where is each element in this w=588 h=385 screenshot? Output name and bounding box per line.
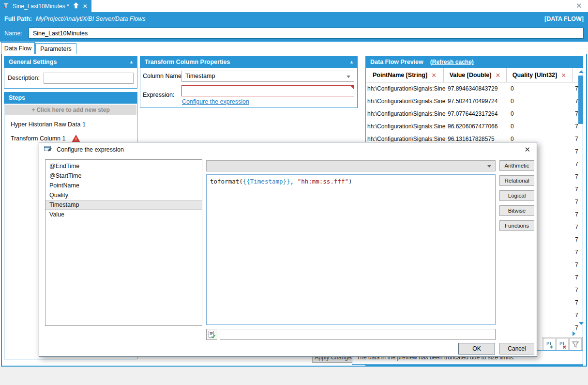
field-item[interactable]: Value <box>45 210 202 219</box>
description-input[interactable] <box>44 73 134 84</box>
dialog-title-bar: Configure the expression <box>39 142 537 157</box>
delete-column-icon[interactable]: ✕ <box>561 72 566 79</box>
field-item[interactable]: Timestamp <box>45 200 202 210</box>
column-header-quality[interactable]: Quality [UInt32] ✕ <box>507 68 573 82</box>
cell-value: 97.0776442317264 <box>444 110 507 117</box>
vertical-scrollbar-thumb[interactable] <box>578 76 583 124</box>
add-step-button[interactable]: + Click here to add new step <box>5 105 136 115</box>
field-item[interactable]: PointName <box>45 181 202 190</box>
cancel-button[interactable]: Cancel <box>499 343 534 354</box>
relational-button[interactable]: Relational <box>499 175 534 186</box>
scrollbar-up-icon[interactable] <box>579 70 584 73</box>
scrollbar-right-icon[interactable] <box>573 331 575 336</box>
general-settings-header[interactable]: General Settings ▲ <box>4 56 137 68</box>
workbench-window: Sine_Last10Minutes * ✕ ✕ Full Path: MyPr… <box>0 0 588 385</box>
column-header-value[interactable]: Value [Double] ✕ <box>444 68 507 82</box>
functions-button[interactable]: Functions <box>499 220 534 231</box>
step-item[interactable]: Hyper Historian Raw Data 1 <box>4 117 137 131</box>
name-label: Name: <box>4 30 22 37</box>
expression-editor[interactable]: toformat({{Timestamp}}, "hh:mm:ss.fff") <box>206 174 496 325</box>
filter-button[interactable] <box>569 338 582 351</box>
preview-grid-header: PointName [String] ✕ Value [Double] ✕ Qu… <box>366 68 583 82</box>
cell-partial: 7 <box>573 136 583 142</box>
column-header-pointname[interactable]: PointName [String] ✕ <box>366 68 444 82</box>
cell-quality: 0 <box>507 98 573 105</box>
scrollbar-down-icon[interactable] <box>579 322 584 325</box>
cell-pointname: hh:\Configuration\Signals:Sine <box>366 123 444 130</box>
bitwise-button[interactable]: Bitwise <box>499 205 534 216</box>
tab-data-flow[interactable]: Data Flow <box>1 42 35 54</box>
cell-quality: 0 <box>507 110 573 117</box>
delete-column-icon[interactable]: ✕ <box>495 72 500 79</box>
funnel-icon <box>572 341 579 349</box>
chevron-down-icon <box>487 165 491 168</box>
steps-header[interactable]: Steps <box>4 92 137 104</box>
ok-button[interactable]: OK <box>458 343 495 354</box>
arithmetic-button[interactable]: Arithmetic <box>499 160 534 171</box>
operator-button-column: ArithmeticRelationalLogicalBitwiseFuncti… <box>499 160 534 231</box>
full-path-bar: Full Path: MyProject/AnalytiX/BI Server/… <box>0 12 588 26</box>
expression-label: Expression: <box>143 92 174 98</box>
edit-expression-icon <box>44 145 52 154</box>
configure-expression-dialog: Configure the expression ✕ @EndTime@Star… <box>39 142 537 357</box>
category-dropdown[interactable] <box>206 160 496 171</box>
expression-result-input[interactable] <box>220 329 496 340</box>
cell-pointname: hh:\Configuration\Signals:Sine <box>366 110 444 117</box>
general-settings-panel: Description: <box>4 68 137 89</box>
tab-parameters[interactable]: Parameters <box>35 43 76 54</box>
preview-header: Data Flow Preview (Refresh cache) <box>365 56 583 68</box>
delete-column-icon[interactable]: ✕ <box>431 72 437 79</box>
cell-value: 96.131617828575 <box>444 136 507 142</box>
dialog-close-icon[interactable]: ✕ <box>524 145 530 154</box>
cell-pointname: hh:\Configuration\Signals:Sine <box>366 136 444 142</box>
document-tab[interactable]: Sine_Last10Minutes * ✕ <box>0 0 91 12</box>
expression-input-invalid[interactable] <box>181 85 354 96</box>
cell-partial: 7 <box>573 148 583 155</box>
table-row[interactable]: hh:\Configuration\Signals:Sine97.5024170… <box>366 95 583 108</box>
add-filter-button[interactable] <box>543 338 556 351</box>
table-row[interactable]: hh:\Configuration\Signals:Sine96.6206067… <box>366 120 583 133</box>
cell-partial: 7 <box>573 186 583 193</box>
cell-partial: 7 <box>573 274 583 281</box>
warning-icon: ! <box>72 135 80 142</box>
cell-partial: 7 <box>573 287 583 293</box>
column-name-dropdown[interactable]: Timestamp <box>181 71 354 82</box>
refresh-cache-link[interactable]: (Refresh cache) <box>430 59 474 65</box>
table-row[interactable]: hh:\Configuration\Signals:Sine97.0776442… <box>366 108 583 120</box>
bottom-bar: ApplyRefreshCloseApply & Close ? <box>0 367 588 385</box>
collapse-icon[interactable]: ▲ <box>349 60 354 64</box>
configure-expression-link[interactable]: Configure the expression <box>182 98 249 105</box>
cell-partial: 7 <box>573 173 583 180</box>
field-item[interactable]: @EndTime <box>45 161 202 171</box>
collapse-icon[interactable]: ▲ <box>129 60 134 64</box>
cell-partial: 7 <box>573 236 583 243</box>
full-path-value: MyProject/AnalytiX/BI Server/Data Flows <box>36 15 145 22</box>
content-frame-border <box>1 43 2 366</box>
cell-partial: 7 <box>573 299 583 306</box>
cell-partial: 7 <box>573 211 583 218</box>
content-frame-border <box>586 54 587 367</box>
window-close-icon[interactable]: ✕ <box>576 1 582 10</box>
cell-value: 96.6206067477066 <box>444 123 507 130</box>
remove-filter-button[interactable] <box>556 338 569 351</box>
navigate-up-icon[interactable] <box>73 2 79 10</box>
chevron-down-icon <box>347 76 350 78</box>
add-filter-icon <box>545 341 553 349</box>
steps-list: Hyper Historian Raw Data 1Transform Colu… <box>4 117 137 145</box>
cell-partial: 7 <box>573 324 583 331</box>
field-item[interactable]: Quality <box>45 190 202 200</box>
field-item[interactable]: @StartTime <box>45 171 202 181</box>
cell-quality: 0 <box>507 123 573 130</box>
logical-button[interactable]: Logical <box>499 190 534 201</box>
cell-partial: 7 <box>573 312 583 319</box>
transform-properties-header[interactable]: Transform Column Properties ▲ <box>140 56 358 68</box>
document-check-icon <box>208 331 215 339</box>
expression-text: toformat({{Timestamp}}, "hh:mm:ss.fff") <box>210 178 352 185</box>
document-tab-title: Sine_Last10Minutes * <box>13 3 69 10</box>
validate-expression-button[interactable] <box>206 329 217 340</box>
tab-close-icon[interactable]: ✕ <box>83 3 88 10</box>
table-row[interactable]: hh:\Configuration\Signals:Sine97.8946340… <box>366 82 583 95</box>
cell-partial: 7 <box>573 161 583 168</box>
cell-value: 97.8946340843729 <box>444 85 507 92</box>
name-input[interactable] <box>29 28 584 39</box>
